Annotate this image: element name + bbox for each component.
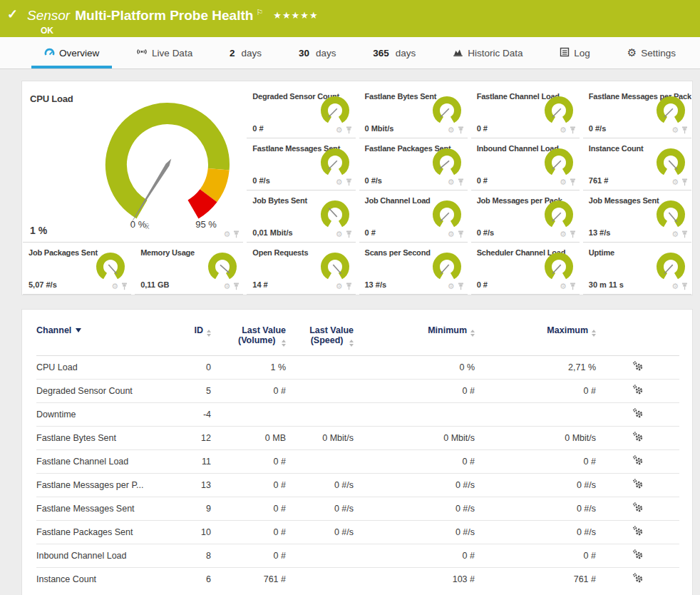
gauge-panel-job-channel-load: Job Channel Load0 #⚙ bbox=[359, 190, 468, 243]
channel-settings-gear-icon[interactable] bbox=[632, 408, 644, 421]
panel-pin-icon[interactable] bbox=[346, 178, 352, 186]
panel-gear-icon[interactable]: ⚙ bbox=[448, 230, 455, 238]
panel-gear-icon[interactable]: ⚙ bbox=[671, 178, 679, 186]
channel-settings-gear-icon[interactable] bbox=[632, 455, 644, 468]
column-header-id[interactable]: ID bbox=[172, 318, 211, 356]
cell-max: 0 #/s bbox=[475, 474, 596, 497]
gauge-panel-memory-usage: Memory Usage0,11 GB⚙ bbox=[135, 243, 243, 295]
cell-id: 5 bbox=[172, 380, 211, 403]
panel-pin-icon[interactable] bbox=[346, 126, 352, 134]
panel-pin-icon[interactable] bbox=[570, 230, 576, 238]
channel-settings-gear-icon[interactable] bbox=[632, 361, 644, 374]
gauge-panel-scheduler-channel-load: Scheduler Channel Load0 #⚙ bbox=[471, 243, 580, 295]
tab-2-days[interactable]: 2days bbox=[227, 37, 264, 68]
panel-gear-icon[interactable]: ⚙ bbox=[560, 126, 567, 134]
panel-gear-icon[interactable]: ⚙ bbox=[448, 283, 455, 290]
sort-direction-icon bbox=[76, 328, 81, 332]
gauge-needle bbox=[664, 265, 673, 273]
cell-min: 0 # bbox=[354, 450, 475, 474]
log-list-icon bbox=[560, 47, 570, 59]
panel-gear-icon[interactable]: ⚙ bbox=[560, 178, 567, 186]
cell-lastspeed bbox=[286, 544, 354, 568]
column-header-last-value[interactable]: Last Value(Volume) bbox=[211, 318, 286, 356]
channel-settings-gear-icon[interactable] bbox=[632, 432, 644, 444]
priority-stars[interactable]: ★★★★★ bbox=[273, 10, 318, 21]
channel-settings-gear-icon[interactable] bbox=[632, 385, 644, 397]
channel-settings-gear-icon[interactable] bbox=[632, 479, 644, 492]
tab-live-data[interactable]: Live Data bbox=[133, 37, 195, 68]
gauge-value: 0 #/s bbox=[477, 228, 494, 237]
panel-pin-icon[interactable] bbox=[121, 283, 128, 290]
tab-365-days[interactable]: 365days bbox=[370, 37, 418, 68]
panel-gear-icon[interactable]: ⚙ bbox=[336, 283, 343, 290]
panel-pin-icon[interactable] bbox=[458, 230, 464, 238]
channels-table-card: ChannelIDLast Value(Volume) Last Value(S… bbox=[21, 309, 693, 595]
panel-pin-icon[interactable] bbox=[570, 283, 576, 290]
mini-gauge bbox=[541, 96, 577, 128]
panel-pin-icon[interactable] bbox=[570, 126, 576, 134]
cell-lastvol: 0 # bbox=[211, 474, 286, 497]
panel-pin-icon[interactable] bbox=[458, 178, 464, 186]
cell-lastvol: 0 # bbox=[211, 521, 286, 544]
cell-id: -4 bbox=[172, 403, 211, 427]
gauge-panel-fastlane-channel-load: Fastlane Channel Load0 #⚙ bbox=[471, 86, 580, 138]
cell-lastvol: 0 # bbox=[211, 497, 286, 521]
panel-pin-icon[interactable] bbox=[233, 230, 240, 238]
panel-gear-icon[interactable]: ⚙ bbox=[111, 283, 118, 290]
panel-gear-icon[interactable]: ⚙ bbox=[223, 283, 230, 290]
tab-historic-data[interactable]: Historic Data bbox=[450, 37, 525, 68]
gauge-panel-job-messages-per-pack: Job Messages per Pack0 #/s⚙ bbox=[471, 190, 580, 243]
column-header-maximum[interactable]: Maximum bbox=[475, 318, 596, 356]
column-header-minimum[interactable]: Minimum bbox=[354, 318, 475, 356]
cell-channel: Downtime bbox=[36, 403, 172, 427]
gauge-value: 30 m 11 s bbox=[589, 280, 624, 289]
channel-settings-gear-icon[interactable] bbox=[632, 549, 644, 562]
tab-label: days bbox=[316, 48, 336, 59]
tab-settings[interactable]: ⚙Settings bbox=[624, 37, 679, 68]
panel-gear-icon[interactable]: ⚙ bbox=[336, 126, 343, 134]
panel-pin-icon[interactable] bbox=[681, 178, 688, 186]
gauge-value: 13 #/s bbox=[589, 228, 611, 237]
channel-settings-gear-icon[interactable] bbox=[632, 502, 644, 515]
panel-pin-icon[interactable] bbox=[233, 283, 240, 290]
tab-log[interactable]: Log bbox=[557, 37, 593, 68]
panel-gear-icon[interactable]: ⚙ bbox=[560, 283, 567, 290]
column-header-last-value[interactable]: Last Value(Speed) bbox=[286, 318, 354, 356]
panel-gear-icon[interactable]: ⚙ bbox=[671, 126, 679, 134]
gauge-title: Job Packages Sent bbox=[29, 248, 98, 257]
gauge-title: Job Channel Load bbox=[365, 196, 431, 205]
channel-settings-gear-icon[interactable] bbox=[632, 526, 644, 539]
cell-channel: CPU Load bbox=[36, 356, 172, 380]
gauge-value: 14 # bbox=[252, 280, 267, 289]
panel-gear-icon[interactable]: ⚙ bbox=[336, 230, 343, 238]
panel-pin-icon[interactable] bbox=[681, 230, 688, 238]
column-label: Last Value bbox=[242, 325, 286, 335]
panel-pin-icon[interactable] bbox=[346, 230, 352, 238]
tab-30-days[interactable]: 30days bbox=[296, 37, 339, 68]
gauge-value: 0 #/s bbox=[365, 176, 382, 185]
column-header-channel[interactable]: Channel bbox=[36, 318, 172, 356]
panel-pin-icon[interactable] bbox=[458, 283, 464, 290]
channel-settings-gear-icon[interactable] bbox=[632, 573, 644, 586]
panel-pin-icon[interactable] bbox=[346, 283, 352, 290]
cell-min: 0 # bbox=[354, 544, 475, 568]
panel-pin-icon[interactable] bbox=[458, 126, 464, 134]
panel-pin-icon[interactable] bbox=[681, 283, 688, 290]
panel-pin-icon[interactable] bbox=[570, 178, 576, 186]
gauge-title: Open Requests bbox=[252, 248, 308, 257]
cell-lastspeed: 0 #/s bbox=[286, 474, 354, 497]
panel-gear-icon[interactable]: ⚙ bbox=[671, 230, 679, 238]
panel-gear-icon[interactable]: ⚙ bbox=[560, 230, 567, 238]
tab-overview[interactable]: Overview bbox=[41, 37, 102, 68]
panel-gear-icon[interactable]: ⚙ bbox=[336, 178, 343, 186]
panel-gear-icon[interactable]: ⚙ bbox=[223, 230, 230, 238]
cell-id: 13 bbox=[172, 474, 211, 497]
tab-label-number: 2 bbox=[230, 48, 235, 59]
panel-pin-icon[interactable] bbox=[681, 126, 688, 134]
panel-gear-icon[interactable]: ⚙ bbox=[671, 283, 679, 290]
panel-gear-icon[interactable]: ⚙ bbox=[448, 126, 455, 134]
panel-gear-icon[interactable]: ⚙ bbox=[448, 178, 455, 186]
scale-max-label: 95 % bbox=[195, 219, 217, 230]
table-row: CPU Load01 %0 %2,71 % bbox=[36, 356, 679, 380]
tab-label: days bbox=[242, 48, 262, 59]
